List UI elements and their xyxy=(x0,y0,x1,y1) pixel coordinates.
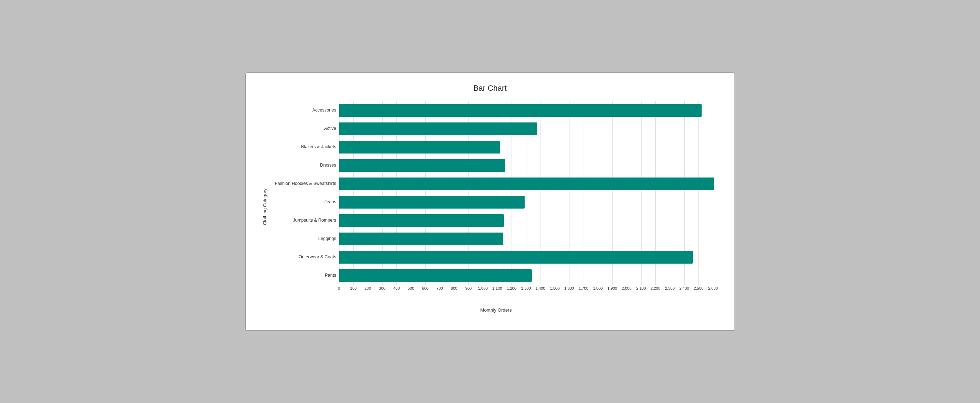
category-label: Dresses xyxy=(272,156,336,175)
category-label: Accessories xyxy=(272,101,336,120)
category-label: Leggings xyxy=(272,230,336,248)
bar-row xyxy=(339,268,720,283)
x-axis-tick: 400 xyxy=(393,286,399,290)
category-label: Pants xyxy=(272,267,336,285)
x-axis-tick: 700 xyxy=(436,286,443,290)
bar xyxy=(339,104,702,117)
x-axis-tick: 1,800 xyxy=(593,286,603,290)
x-axis-labels: 01002003004005006007008009001,0001,1001,… xyxy=(339,285,720,297)
chart-area: Clothing Category AccessoriesActiveBlaze… xyxy=(260,101,720,313)
bars-list xyxy=(339,101,720,285)
x-axis-tick: 300 xyxy=(379,286,385,290)
category-label: Fashion Hoodies & Sweatshirts xyxy=(272,175,336,193)
x-axis-tick: 2,500 xyxy=(694,286,704,290)
bar xyxy=(339,178,715,190)
bar-row xyxy=(339,231,720,247)
x-axis-tick: 1,200 xyxy=(507,286,517,290)
x-axis-tick: 100 xyxy=(350,286,356,290)
chart-container: Bar Chart Clothing Category AccessoriesA… xyxy=(245,72,735,331)
x-axis-tick: 1,600 xyxy=(564,286,574,290)
bar-row xyxy=(339,121,720,136)
chart-inner: AccessoriesActiveBlazers & JacketsDresse… xyxy=(272,101,720,313)
x-axis-tick: 2,100 xyxy=(636,286,646,290)
x-axis-tick: 800 xyxy=(451,286,457,290)
x-axis-tick: 1,500 xyxy=(550,286,560,290)
bars-area xyxy=(339,101,720,285)
bars-and-axes: AccessoriesActiveBlazers & JacketsDresse… xyxy=(272,101,720,285)
bar-row xyxy=(339,213,720,228)
x-axis-tick: 1,400 xyxy=(536,286,546,290)
x-axis-tick: 200 xyxy=(364,286,371,290)
bar xyxy=(339,122,538,135)
grid-and-bars xyxy=(339,101,720,285)
category-labels: AccessoriesActiveBlazers & JacketsDresse… xyxy=(272,101,339,285)
bar-row xyxy=(339,194,720,210)
bar xyxy=(339,214,504,227)
category-label: Blazers & Jackets xyxy=(272,138,336,156)
x-axis-tick: 600 xyxy=(422,286,428,290)
x-axis-tick: 2,200 xyxy=(651,286,661,290)
category-label: Jumpsuits & Rompers xyxy=(272,211,336,230)
bar-row xyxy=(339,140,720,155)
x-axis-tick: 2,300 xyxy=(665,286,675,290)
category-label: Jeans xyxy=(272,193,336,211)
x-axis-title: Monthly Orders xyxy=(272,307,720,313)
bar xyxy=(339,233,503,245)
bar xyxy=(339,159,505,172)
x-axis-tick: 1,300 xyxy=(521,286,531,290)
bar-row xyxy=(339,103,720,118)
y-axis-label-container: Clothing Category xyxy=(260,101,270,313)
y-axis-label: Clothing Category xyxy=(262,189,267,225)
chart-title: Bar Chart xyxy=(260,84,720,93)
x-axis-tick: 1,100 xyxy=(493,286,503,290)
x-axis-tick: 2,600 xyxy=(708,286,718,290)
x-axis-tick: 1,000 xyxy=(478,286,488,290)
x-axis-tick: 1,700 xyxy=(579,286,589,290)
bar xyxy=(339,251,693,263)
x-axis-tick: 900 xyxy=(465,286,472,290)
x-axis-tick: 500 xyxy=(408,286,414,290)
category-label: Outerwear & Coats xyxy=(272,248,336,267)
x-axis-tick: 1,900 xyxy=(607,286,617,290)
category-label: Active xyxy=(272,120,336,138)
bar-row xyxy=(339,158,720,173)
bar xyxy=(339,196,525,209)
bar xyxy=(339,141,500,154)
x-axis-tick: 0 xyxy=(338,286,340,290)
bar-row xyxy=(339,176,720,192)
bar-row xyxy=(339,249,720,265)
x-axis-tick: 2,400 xyxy=(679,286,689,290)
x-axis-tick: 2,000 xyxy=(622,286,632,290)
bar xyxy=(339,269,532,282)
